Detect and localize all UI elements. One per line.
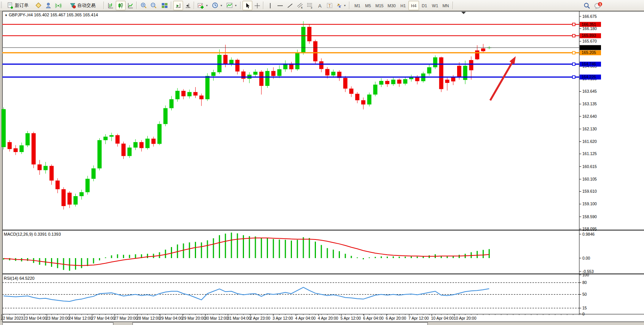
bull-candle <box>163 108 167 124</box>
cursor-button[interactable] <box>242 1 252 10</box>
indicators-button[interactable]: ▼ <box>196 1 210 10</box>
time-label: 3 Apr 12:00 <box>273 316 293 320</box>
bear-candle <box>445 80 450 83</box>
price-tick-label: 163.135 <box>582 101 597 106</box>
fibonacci-icon: F <box>307 2 313 9</box>
price-tick-label: 165.670 <box>582 39 597 43</box>
bear-candle <box>38 165 42 170</box>
bull-candle <box>265 71 269 86</box>
time-label: 24 Mar 12:00 <box>69 316 92 320</box>
channel-button[interactable]: E <box>295 1 305 10</box>
time-label: 2 Apr 23:00 <box>250 316 271 320</box>
rsi-indicator-label: RSI(14) 64.5220 <box>4 276 35 281</box>
bull-candle <box>145 139 150 148</box>
tab-timeframe-w1[interactable]: W1 <box>430 1 440 10</box>
tab-timeframe-m30[interactable]: M30 <box>386 1 398 10</box>
line-handle[interactable] <box>572 51 575 54</box>
tab-timeframe-h4[interactable]: H4 <box>408 1 419 10</box>
bull-candle <box>230 60 234 63</box>
new-order-button[interactable]: 新订单 <box>3 1 33 10</box>
tile-windows-button[interactable] <box>159 1 170 10</box>
time-label: 4 Apr 20:00 <box>318 316 338 320</box>
bear-candle <box>235 60 239 71</box>
zoom-out-button[interactable] <box>148 1 158 10</box>
chevron-down-icon: ▼ <box>234 4 237 7</box>
tab-timeframe-d1[interactable]: D1 <box>419 1 430 10</box>
price-tick-label: 162.130 <box>582 127 597 131</box>
chart-shift-button[interactable] <box>183 1 193 10</box>
bear-candle <box>199 95 204 99</box>
search-button[interactable] <box>582 1 592 10</box>
label-button[interactable]: T <box>325 1 335 10</box>
time-label: 31 Mar 04:00 <box>227 316 251 320</box>
tab-timeframe-mn[interactable]: MN <box>440 1 451 10</box>
notifications-button[interactable]: 1 <box>592 1 604 10</box>
templates-button[interactable]: ▼ <box>225 1 239 10</box>
zoom-in-button[interactable] <box>139 1 148 10</box>
bear-candle <box>451 77 455 81</box>
bull-candle <box>433 57 437 67</box>
bull-candle <box>379 81 383 85</box>
line-handle[interactable] <box>572 34 575 37</box>
svg-text:F: F <box>311 7 312 9</box>
separator <box>136 2 137 9</box>
bear-candle <box>457 66 461 77</box>
line-handle[interactable] <box>572 63 575 65</box>
svg-text:A: A <box>318 3 322 9</box>
price-tick-label: 162.640 <box>582 114 597 119</box>
auto-scroll-button[interactable] <box>173 1 183 10</box>
autotrading-button[interactable]: 自动交易 <box>63 1 102 10</box>
cursor-icon <box>245 3 250 9</box>
svg-text:E: E <box>301 6 303 9</box>
collapse-triangle-icon[interactable]: ▼ <box>5 14 8 17</box>
chart-shift-icon <box>185 3 191 9</box>
arrows-button[interactable]: ▼ <box>335 1 348 10</box>
fibonacci-button[interactable]: F <box>305 1 315 10</box>
new-order-icon <box>7 2 14 9</box>
price-tag-label: 165.893 <box>582 33 596 38</box>
community-button[interactable] <box>43 1 53 10</box>
template-icon <box>226 2 233 9</box>
time-label: 29 Mar 20:00 <box>182 316 206 320</box>
tab-timeframe-m1[interactable]: M1 <box>352 1 363 10</box>
bar-chart-button[interactable] <box>106 1 116 10</box>
signal-icon <box>55 2 62 9</box>
horizontal-line-button[interactable] <box>275 1 285 10</box>
tab-timeframe-m15[interactable]: M15 <box>373 1 386 10</box>
time-label: 23 Mar 20:00 <box>46 316 70 320</box>
equidistant-channel-icon: E <box>297 2 303 9</box>
metaeditor-button[interactable] <box>33 1 43 10</box>
candlestick-chart-button[interactable] <box>116 1 126 10</box>
price-tick-label: 161.620 <box>582 139 597 144</box>
tab-timeframe-m5[interactable]: M5 <box>363 1 373 10</box>
person-icon <box>45 2 52 9</box>
tab-timeframe-h1[interactable]: H1 <box>398 1 408 10</box>
vertical-line-button[interactable] <box>265 1 275 10</box>
indicators-icon <box>198 2 204 9</box>
bull-candle <box>80 192 84 196</box>
trendline-button[interactable] <box>285 1 295 10</box>
bull-candle <box>295 53 300 69</box>
separator <box>171 2 172 9</box>
toolbar-grip[interactable] <box>1 2 2 9</box>
line-handle[interactable] <box>572 23 575 26</box>
bull-candle <box>373 85 378 95</box>
notification-badge: 1 <box>599 2 601 6</box>
bull-candle <box>104 137 108 140</box>
price-tag-label: 165.414 <box>582 45 596 50</box>
line-chart-button[interactable] <box>126 1 135 10</box>
bear-candle <box>62 189 66 206</box>
line-handle[interactable] <box>572 76 575 78</box>
bear-candle <box>67 193 72 205</box>
horizontal-line-icon <box>277 3 283 9</box>
rsi-axis-label: 0 <box>582 312 585 316</box>
bull-candle <box>158 124 162 144</box>
bull-candle <box>206 76 210 99</box>
bear-candle <box>182 91 186 96</box>
symbol-period-label: GBPJPY-,H4 <box>9 13 33 17</box>
periods-button[interactable]: ▼ <box>210 1 224 10</box>
chart-canvas[interactable]: 166.675166.180165.670165.160164.665164.1… <box>0 0 644 325</box>
text-button[interactable]: A <box>315 1 325 10</box>
signals-button[interactable] <box>53 1 63 10</box>
crosshair-button[interactable] <box>252 1 262 10</box>
